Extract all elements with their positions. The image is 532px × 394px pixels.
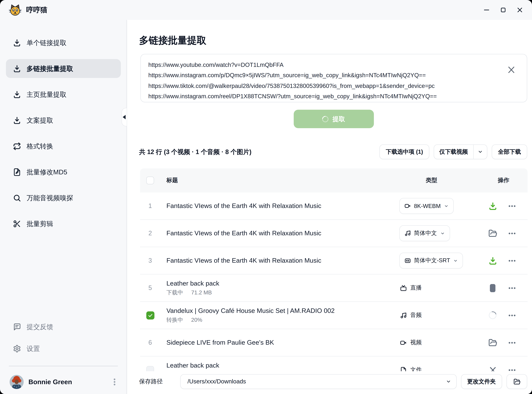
sidebar-item-single-link-extract[interactable]: 单个链接提取 (6, 33, 121, 52)
video-icon (400, 339, 407, 346)
file-pen-icon (13, 168, 21, 176)
extract-button-label: 提取 (333, 115, 345, 123)
more-icon[interactable] (507, 256, 516, 265)
table-row[interactable]: 6 Sidepiece LIVE from Paulie Gee's BK 视频 (140, 329, 527, 357)
open-download-folder-button[interactable] (506, 374, 527, 389)
sidebar: 单个链接提取 多链接批量提取 主页批量提取 文案提取 格式转换 批量修改MD5 … (0, 20, 127, 394)
cc-subtitle-icon (404, 257, 411, 264)
row-checkbox-checked[interactable] (146, 311, 154, 319)
save-path-select[interactable]: /Users/xxx/Downloads (180, 374, 457, 389)
extract-button[interactable]: 提取 (294, 110, 374, 128)
row-index: 6 (148, 339, 152, 346)
status-detail: 71.2 MB (191, 289, 212, 296)
url-line: https://www.tiktok.com/@walkerpaul28/vid… (148, 81, 505, 91)
row-index: 2 (148, 230, 152, 237)
sidebar-item-format-convert[interactable]: 格式转换 (6, 137, 121, 156)
type-select[interactable]: 8K-WEBM (399, 198, 454, 214)
more-icon[interactable] (507, 202, 516, 210)
sidebar-item-label: 批量剪辑 (27, 219, 53, 228)
download-all-button[interactable]: 全部下载 (492, 145, 527, 159)
sidebar-item-batch-edit[interactable]: 批量剪辑 (6, 214, 121, 233)
stop-icon[interactable] (488, 284, 497, 292)
user-profile[interactable]: Bonnie Green (6, 372, 123, 392)
type-select[interactable]: 简体中文 (399, 225, 450, 241)
clear-input-icon[interactable] (507, 65, 516, 74)
gear-icon (13, 344, 21, 353)
close-button[interactable] (516, 7, 523, 13)
sidebar-item-feedback[interactable]: 提交反馈 (6, 317, 121, 336)
music-icon (404, 230, 411, 236)
spinner-icon (488, 311, 497, 320)
titlebar: 哼哼猫 (0, 0, 532, 20)
change-folder-button[interactable]: 更改文件夹 (461, 374, 502, 389)
table-row[interactable]: 3 Fantastic VIews of the Earth 4K with R… (140, 247, 527, 275)
scissors-icon (13, 220, 21, 228)
more-icon[interactable] (507, 338, 516, 347)
download-videos-dropdown-button[interactable] (474, 145, 487, 159)
download-icon (13, 90, 21, 98)
sidebar-item-label: 单个链接提取 (27, 38, 67, 47)
table-header: 标题 类型 操作 (140, 168, 527, 192)
type-select[interactable]: 简体中文-SRT (399, 253, 463, 269)
download-icon[interactable] (488, 202, 497, 210)
avatar (10, 375, 24, 389)
more-icon[interactable] (507, 311, 516, 320)
sidebar-item-copy-extract[interactable]: 文案提取 (6, 111, 121, 130)
sidebar-item-settings[interactable]: 设置 (6, 339, 121, 358)
app-stage: 哼哼猫 单个链接提取 多链接批量提取 主页批量提取 (0, 0, 532, 394)
maximize-button[interactable] (500, 7, 506, 13)
summary-text: 共 12 行 (3 个视频 · 1 个音频 · 8 个图片) (139, 148, 251, 156)
save-path-label: 保存路径 (139, 378, 163, 385)
open-folder-icon[interactable] (488, 229, 497, 238)
download-icon (13, 116, 21, 124)
column-header-type: 类型 (393, 176, 486, 184)
download-selected-button[interactable]: 下载选中项 (1) (380, 145, 429, 159)
table-row[interactable]: 5 Leather back pack 下载中 71.2 MB 直播 (140, 275, 527, 302)
user-menu-kebab-icon[interactable] (110, 377, 119, 387)
music-icon (400, 312, 407, 319)
minimize-button[interactable] (483, 7, 490, 13)
video-icon (404, 203, 411, 209)
row-status: 下载中 71.2 MB (167, 289, 393, 296)
row-title: Fantastic VIews of the Earth 4K with Rel… (167, 229, 393, 237)
chevron-down-icon (444, 204, 449, 208)
main-content: 多链接批量提取 https://www.youtube.com/watch?v=… (127, 20, 532, 394)
more-icon[interactable] (507, 229, 516, 238)
column-header-actions: 操作 (486, 176, 527, 184)
row-index: 5 (148, 284, 152, 292)
type-label: 音频 (410, 311, 422, 319)
status-detail: 20% (191, 316, 202, 324)
row-title: Sidepiece LIVE from Paulie Gee's BK (167, 339, 393, 347)
table-row[interactable]: 2 Fantastic VIews of the Earth 4K with R… (140, 220, 527, 247)
url-line: https://www.youtube.com/watch?v=DOT1LmQb… (148, 60, 505, 70)
open-folder-icon[interactable] (488, 338, 497, 347)
url-input[interactable]: https://www.youtube.com/watch?v=DOT1LmQb… (140, 54, 527, 102)
url-line: https://www.instagram.com/p/DQmc9×5jIWS/… (148, 70, 505, 81)
type-label: 视频 (410, 339, 422, 347)
sidebar-item-label: 设置 (27, 344, 40, 353)
table-row[interactable]: 1 Fantastic VIews of the Earth 4K with R… (140, 192, 527, 220)
row-title: Leather back pack (167, 280, 393, 287)
download-icon (13, 65, 21, 73)
sidebar-item-media-sniffer[interactable]: 万能音视频嗅探 (6, 188, 121, 207)
sidebar-collapse-handle[interactable] (121, 108, 127, 126)
more-icon[interactable] (507, 284, 516, 292)
chevron-down-icon (446, 379, 451, 384)
sidebar-item-label: 万能音视频嗅探 (27, 193, 73, 202)
toolbar: 下载选中项 (1) 仅下载视频 全部下载 (380, 145, 527, 159)
save-path-bar: 保存路径 /Users/xxx/Downloads 更改文件夹 (127, 371, 532, 394)
page-title: 多链接批量提取 (139, 34, 532, 47)
sidebar-item-multi-link-extract[interactable]: 多链接批量提取 (6, 59, 121, 78)
download-videos-only-button[interactable]: 仅下载视频 (434, 145, 473, 159)
sidebar-item-label: 批量修改MD5 (27, 168, 67, 176)
type-label: 简体中文 (414, 229, 437, 237)
select-all-checkbox[interactable] (146, 176, 154, 184)
sidebar-item-homepage-batch-extract[interactable]: 主页批量提取 (6, 85, 121, 104)
table-row[interactable]: Vandelux | Groovy Café House Music Set |… (140, 302, 527, 329)
chevron-down-icon (440, 231, 445, 236)
status-text: 转换中 (167, 316, 183, 324)
sidebar-item-batch-md5[interactable]: 批量修改MD5 (6, 162, 121, 181)
download-icon[interactable] (488, 256, 497, 265)
row-title: Leather back pack (167, 362, 393, 369)
type-label: 简体中文-SRT (414, 257, 450, 264)
